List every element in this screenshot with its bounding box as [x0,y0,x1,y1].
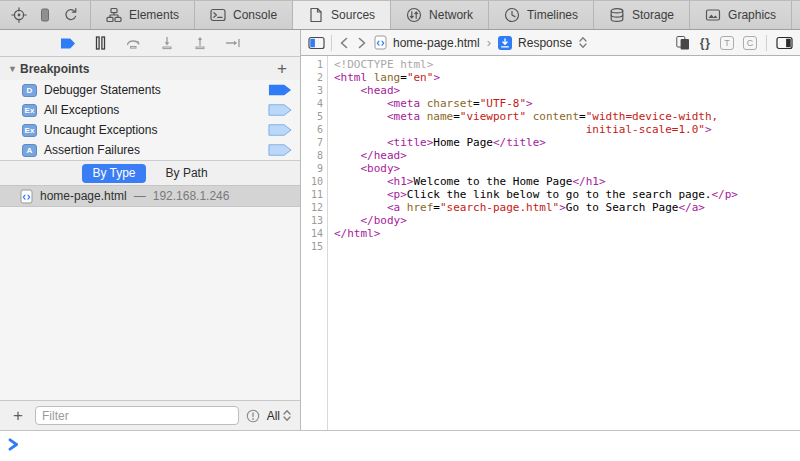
forward-icon[interactable] [356,36,368,50]
filter-input[interactable] [35,406,239,425]
breakpoint-row[interactable]: ExUncaught Exceptions [0,120,300,140]
breakpoint-type-badge: Ex [22,104,37,117]
line-number[interactable]: 10 [301,175,327,188]
step-out-button[interactable] [190,34,210,52]
code-line: <!DOCTYPE html> [334,58,800,71]
breakpoint-toggle-flag-icon[interactable] [268,104,292,116]
pause-button[interactable] [91,34,111,52]
line-number[interactable]: 15 [301,240,327,253]
breakpoint-toggle-flag-icon[interactable] [268,124,292,136]
sources-icon [308,7,324,23]
line-number[interactable]: 1 [301,58,327,71]
code-line: <a href="search-page.html">Go to Search … [334,201,800,214]
tab-sources[interactable]: Sources [293,1,391,29]
line-number[interactable]: 7 [301,136,327,149]
line-number[interactable]: 11 [301,188,327,201]
breakpoints-section-header[interactable]: ▼ Breakpoints + [0,57,300,80]
breakpoint-type-badge: D [22,84,37,97]
toolbar-right-group: » [792,1,800,29]
tab-label: Elements [129,8,179,22]
back-icon[interactable] [338,36,350,50]
breakpoints-section-title: Breakpoints [20,62,89,76]
left-sidebar-toggle-icon[interactable] [308,35,325,51]
console-icon [210,7,226,23]
by-type-button[interactable]: By Type [82,164,145,183]
line-number[interactable]: 9 [301,162,327,175]
step-into-button[interactable] [157,34,177,52]
tab-label: Console [233,8,277,22]
pause-icon [94,36,107,50]
line-number[interactable]: 14 [301,227,327,240]
divider [766,35,767,51]
line-number[interactable]: 3 [301,84,327,97]
breadcrumb-file-name[interactable]: home-page.html [393,36,480,50]
pretty-print-icon[interactable]: {} [700,36,711,50]
add-filter-button[interactable]: + [8,407,28,424]
source-code-area: <!DOCTYPE html><html lang="en"> <head> <… [328,56,800,430]
resource-host: 192.168.1.246 [153,189,230,203]
more-tabs-button[interactable]: » [792,4,800,26]
inspect-target-button[interactable] [6,4,32,26]
breakpoint-row[interactable]: AAssertion Failures [0,140,300,160]
tab-console[interactable]: Console [195,1,293,29]
line-number-gutter[interactable]: 123456789101112131415 [301,56,328,430]
add-breakpoint-button[interactable]: + [272,60,292,77]
tab-network[interactable]: Network [391,1,489,29]
debugger-sidebar: ▼ Breakpoints + DDebugger StatementsExAl… [0,30,301,430]
continue-flag-button[interactable] [58,34,78,52]
updown-chevrons-icon[interactable] [578,36,588,49]
breakpoint-row[interactable]: DDebugger Statements [0,80,300,100]
more-tabs-icon: » [794,8,800,23]
breakpoint-row[interactable]: ExAll Exceptions [0,100,300,120]
tab-timelines[interactable]: Timelines [489,1,594,29]
device-button[interactable] [32,4,58,26]
resource-name: home-page.html [40,189,127,203]
step-over-button[interactable] [124,34,144,52]
by-path-button[interactable]: By Path [156,164,218,183]
filter-scope-selector[interactable]: All [267,409,292,423]
copy-icon[interactable] [675,35,691,51]
graphics-icon [705,7,721,23]
tab-label: Storage [632,8,674,22]
disclosure-triangle-icon[interactable]: ▼ [8,64,20,74]
type-c-icon[interactable]: C [743,36,757,50]
tab-storage[interactable]: Storage [594,1,690,29]
device-icon [37,7,53,23]
breakpoint-toggle-flag-icon[interactable] [268,84,292,96]
code-line: <html lang="en"> [334,71,800,84]
code-line: <meta name="viewport" content="width=dev… [334,110,800,123]
issues-filter-icon[interactable] [246,409,260,423]
line-number[interactable]: 8 [301,149,327,162]
main-split: ▼ Breakpoints + DDebugger StatementsExAl… [0,30,800,430]
content-navigation-bar: home-page.html › Response {} T C [301,30,800,56]
breadcrumb-separator: › [486,35,492,50]
breakpoint-label: All Exceptions [44,103,261,117]
type-t-icon[interactable]: T [720,36,734,50]
reload-button[interactable] [58,4,84,26]
tab-elements[interactable]: Elements [91,1,195,29]
tab-graphics[interactable]: Graphics [690,1,792,29]
code-line: <meta charset="UTF-8"> [334,97,800,110]
line-number[interactable]: 13 [301,214,327,227]
right-sidebar-toggle-icon[interactable] [776,35,793,51]
resource-row-home-page[interactable]: home-page.html — 192.168.1.246 [0,185,300,207]
web-inspector-window: ElementsConsoleSourcesNetworkTimelinesSt… [0,0,800,461]
line-number[interactable]: 6 [301,123,327,136]
step-over-icon [125,36,142,50]
step-out-icon [193,36,207,50]
tab-label: Graphics [728,8,776,22]
breakpoint-toggle-flag-icon[interactable] [268,144,292,156]
code-line: <h1>Welcome to the Home Page</h1> [334,175,800,188]
code-line [334,240,800,253]
filter-scope-label: All [267,409,280,423]
timelines-icon [504,7,520,23]
line-number[interactable]: 2 [301,71,327,84]
line-number[interactable]: 5 [301,110,327,123]
quick-console-bar[interactable] [0,430,800,461]
response-segment-selector[interactable]: Response [518,36,572,50]
line-number[interactable]: 4 [301,97,327,110]
code-line: <head> [334,84,800,97]
continue-flag-icon [60,37,76,50]
line-number[interactable]: 12 [301,201,327,214]
step-next-button[interactable] [223,34,243,52]
